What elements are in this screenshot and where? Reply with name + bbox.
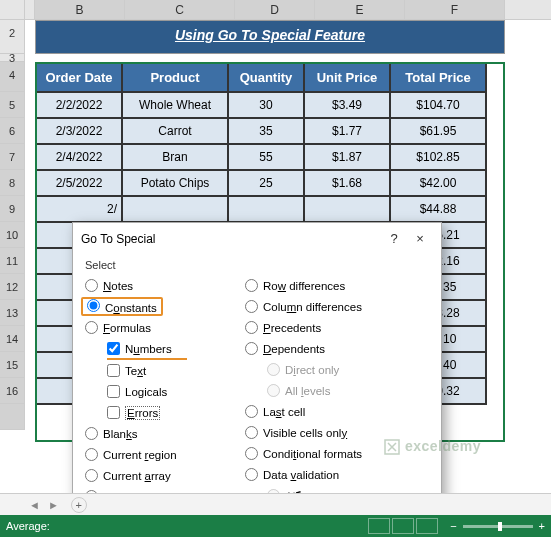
col-header-c[interactable]: C bbox=[125, 0, 235, 19]
option-numbers[interactable]: Numbers bbox=[85, 338, 245, 359]
header-total-price: Total Price bbox=[390, 63, 486, 92]
table-row: 2/3/2022Carrot35$1.77$61.95 bbox=[36, 118, 486, 144]
header-unit-price: Unit Price bbox=[304, 63, 390, 92]
option-data-validation[interactable]: Data validation bbox=[245, 464, 415, 485]
row-header[interactable]: 8 bbox=[0, 170, 25, 196]
select-all-corner[interactable] bbox=[0, 0, 25, 19]
option-conditional[interactable]: Conditional formats bbox=[245, 443, 415, 464]
col-header-f[interactable]: F bbox=[405, 0, 505, 19]
option-current-array[interactable]: Current array bbox=[85, 465, 245, 486]
header-product: Product bbox=[122, 63, 228, 92]
row-header[interactable]: 10 bbox=[0, 222, 25, 248]
table-row: 2/2/2022Whole Wheat30$3.49$104.70 bbox=[36, 92, 486, 118]
row-headers: 2 3 4 5 6 7 8 9 10 11 12 13 14 15 16 bbox=[0, 20, 25, 430]
normal-view-icon[interactable] bbox=[368, 518, 390, 534]
table-row: 2/$44.88 bbox=[36, 196, 486, 222]
section-label: Select bbox=[85, 259, 429, 271]
zoom-slider[interactable] bbox=[463, 525, 533, 528]
option-col-diff[interactable]: Column differences bbox=[245, 296, 415, 317]
option-row-diff[interactable]: Row differences bbox=[245, 275, 415, 296]
row-header[interactable]: 15 bbox=[0, 352, 25, 378]
table-header-row: Order Date Product Quantity Unit Price T… bbox=[36, 63, 486, 92]
option-dependents[interactable]: Dependents bbox=[245, 338, 415, 359]
table-row: 2/5/2022Potato Chips25$1.68$42.00 bbox=[36, 170, 486, 196]
row-header[interactable]: 14 bbox=[0, 326, 25, 352]
zoom-controls: − + bbox=[450, 520, 545, 532]
tab-nav-prev-icon[interactable]: ◄ bbox=[29, 499, 40, 511]
option-last-cell[interactable]: Last cell bbox=[245, 401, 415, 422]
row-header[interactable]: 6 bbox=[0, 118, 25, 144]
option-notes[interactable]: Notes bbox=[85, 275, 245, 296]
col-header-a[interactable] bbox=[25, 0, 35, 19]
row-header[interactable]: 12 bbox=[0, 274, 25, 300]
column-headers: B C D E F bbox=[0, 0, 551, 20]
row-header[interactable] bbox=[0, 404, 25, 430]
row-header[interactable]: 13 bbox=[0, 300, 25, 326]
col-header-e[interactable]: E bbox=[315, 0, 405, 19]
option-errors[interactable]: Errors bbox=[85, 402, 245, 423]
row-header[interactable]: 5 bbox=[0, 92, 25, 118]
page-layout-view-icon[interactable] bbox=[392, 518, 414, 534]
tab-nav-next-icon[interactable]: ► bbox=[48, 499, 59, 511]
row-header[interactable]: 11 bbox=[0, 248, 25, 274]
option-blanks[interactable]: Blanks bbox=[85, 423, 245, 444]
help-icon[interactable]: ? bbox=[381, 229, 407, 249]
add-sheet-button[interactable]: + bbox=[71, 497, 87, 513]
option-formulas[interactable]: Formulas bbox=[85, 317, 245, 338]
option-precedents[interactable]: Precedents bbox=[245, 317, 415, 338]
header-quantity: Quantity bbox=[228, 63, 304, 92]
col-header-d[interactable]: D bbox=[235, 0, 315, 19]
zoom-in-icon[interactable]: + bbox=[539, 520, 545, 532]
option-all-levels: All levels bbox=[245, 380, 415, 401]
page-break-view-icon[interactable] bbox=[416, 518, 438, 534]
view-buttons bbox=[368, 518, 438, 534]
dialog-titlebar[interactable]: Go To Special ? × bbox=[73, 223, 441, 255]
option-visible[interactable]: Visible cells only bbox=[245, 422, 415, 443]
option-constants[interactable]: Constants bbox=[85, 296, 245, 317]
row-header[interactable]: 7 bbox=[0, 144, 25, 170]
status-bar: Average: − + bbox=[0, 515, 551, 537]
sheet-tab-bar: ◄ ► + bbox=[0, 493, 551, 515]
goto-special-dialog: Go To Special ? × Select Notes Constants… bbox=[72, 222, 442, 537]
option-text[interactable]: Text bbox=[85, 360, 245, 381]
option-direct-only: Direct only bbox=[245, 359, 415, 380]
row-header[interactable]: 2 bbox=[0, 20, 25, 54]
col-header-b[interactable]: B bbox=[35, 0, 125, 19]
status-average: Average: bbox=[6, 520, 50, 532]
row-header[interactable]: 4 bbox=[0, 62, 25, 92]
close-icon[interactable]: × bbox=[407, 229, 433, 249]
header-order-date: Order Date bbox=[36, 63, 122, 92]
dialog-title: Go To Special bbox=[81, 232, 381, 246]
zoom-out-icon[interactable]: − bbox=[450, 520, 456, 532]
option-current-region[interactable]: Current region bbox=[85, 444, 245, 465]
row-header[interactable]: 16 bbox=[0, 378, 25, 404]
option-logicals[interactable]: Logicals bbox=[85, 381, 245, 402]
page-title: Using Go To Special Feature bbox=[35, 20, 505, 54]
row-header[interactable]: 3 bbox=[0, 54, 25, 62]
row-header[interactable]: 9 bbox=[0, 196, 25, 222]
table-row: 2/4/2022Bran55$1.87$102.85 bbox=[36, 144, 486, 170]
